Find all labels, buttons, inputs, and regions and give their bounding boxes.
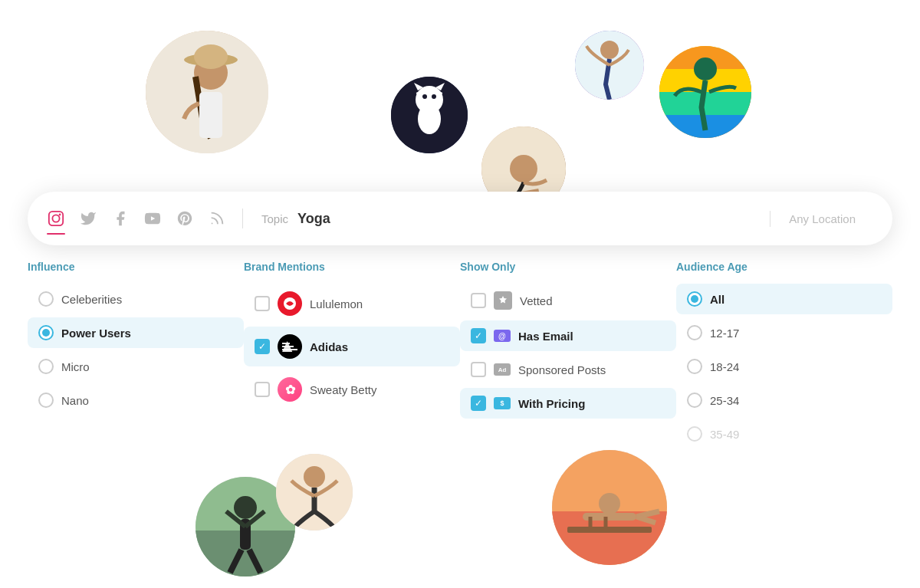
svg-point-29 bbox=[212, 223, 213, 225]
adidas-logo bbox=[278, 334, 302, 359]
radio-nano[interactable] bbox=[38, 393, 54, 408]
svg-point-12 bbox=[418, 103, 441, 134]
radio-age-18-24[interactable] bbox=[687, 359, 702, 374]
youtube-icon[interactable] bbox=[143, 209, 163, 228]
influence-label-nano: Nano bbox=[61, 394, 89, 407]
rss-icon[interactable] bbox=[207, 209, 227, 228]
audience-age-title: Audience Age bbox=[676, 261, 892, 273]
social-icons-group bbox=[46, 209, 243, 228]
brand-mentions-title: Brand Mentions bbox=[244, 261, 460, 273]
age-item-18-24[interactable]: 18-24 bbox=[676, 351, 892, 382]
brand-item-sweaty-betty[interactable]: ✿ Sweaty Betty bbox=[244, 370, 460, 409]
hero-section bbox=[0, 0, 920, 207]
lululemon-logo bbox=[278, 291, 302, 316]
age-label-25-34: 25-34 bbox=[710, 394, 739, 407]
topic-value: Yoga bbox=[297, 211, 330, 227]
instagram-icon[interactable] bbox=[46, 209, 66, 228]
svg-rect-34 bbox=[282, 343, 290, 344]
hero-image-yoga-color bbox=[659, 46, 751, 138]
svg-point-9 bbox=[432, 94, 436, 99]
brand-label-lululemon: Lululemon bbox=[310, 297, 363, 310]
svg-point-4 bbox=[194, 44, 228, 69]
svg-point-16 bbox=[600, 41, 619, 59]
checkbox-with-pricing[interactable]: ✓ bbox=[471, 396, 486, 411]
topic-label: Topic bbox=[261, 212, 288, 225]
brand-item-lululemon[interactable]: Lululemon bbox=[244, 284, 460, 324]
age-item-all[interactable]: All bbox=[676, 284, 892, 314]
pinterest-icon[interactable] bbox=[175, 209, 195, 228]
checkbox-sweaty-betty[interactable] bbox=[255, 382, 270, 397]
influence-item-celebrities[interactable]: Celeberities bbox=[28, 284, 244, 314]
svg-point-37 bbox=[234, 496, 257, 519]
age-label-12-17: 12-17 bbox=[710, 327, 739, 340]
hero-image-acrobat bbox=[552, 450, 667, 565]
checkbox-sponsored-posts[interactable] bbox=[471, 362, 486, 377]
age-label-18-24: 18-24 bbox=[710, 360, 739, 373]
vetted-icon bbox=[494, 291, 512, 310]
bottom-images bbox=[0, 435, 920, 588]
radio-age-12-17[interactable] bbox=[687, 325, 702, 340]
hero-image-cat bbox=[391, 77, 468, 153]
checkbox-has-email[interactable]: ✓ bbox=[471, 328, 486, 343]
topic-section[interactable]: Topic Yoga bbox=[243, 211, 770, 227]
svg-point-27 bbox=[59, 214, 61, 216]
show-only-label-vetted: Vetted bbox=[520, 294, 553, 307]
svg-point-24 bbox=[510, 155, 537, 182]
svg-rect-5 bbox=[199, 92, 222, 138]
sponsored-icon: Ad bbox=[494, 363, 511, 376]
svg-point-8 bbox=[422, 94, 427, 99]
show-only-title: Show Only bbox=[460, 261, 676, 273]
influence-label-power-users: Power Users bbox=[61, 327, 131, 340]
filters-section: Influence Celeberities Power Users Micro… bbox=[28, 261, 892, 452]
brand-label-sweaty-betty: Sweaty Betty bbox=[310, 383, 377, 396]
svg-point-21 bbox=[694, 57, 717, 80]
location-section[interactable]: Any Location bbox=[770, 212, 874, 225]
pricing-icon: $ bbox=[494, 397, 511, 409]
hero-image-dancer-2 bbox=[276, 454, 353, 531]
email-icon: @ bbox=[494, 330, 511, 342]
facebook-icon[interactable] bbox=[110, 209, 130, 228]
influence-label-micro: Micro bbox=[61, 360, 90, 373]
svg-rect-47 bbox=[567, 527, 652, 533]
show-only-label-sponsored-posts: Sponsored Posts bbox=[518, 363, 606, 376]
hero-image-woman-hat bbox=[146, 31, 268, 153]
svg-point-44 bbox=[304, 466, 325, 488]
radio-power-users[interactable] bbox=[38, 325, 54, 340]
show-only-item-has-email[interactable]: ✓ @ Has Email bbox=[460, 320, 676, 351]
show-only-item-with-pricing[interactable]: ✓ $ With Pricing bbox=[460, 388, 676, 419]
show-only-item-sponsored-posts[interactable]: Ad Sponsored Posts bbox=[460, 354, 676, 385]
hero-image-ballet bbox=[575, 31, 644, 100]
age-item-25-34[interactable]: 25-34 bbox=[676, 385, 892, 416]
influence-item-nano[interactable]: Nano bbox=[28, 385, 244, 416]
age-item-12-17[interactable]: 12-17 bbox=[676, 317, 892, 348]
svg-point-26 bbox=[52, 215, 59, 222]
influence-label-celebrities: Celeberities bbox=[61, 293, 122, 306]
search-bar: Topic Yoga Any Location bbox=[28, 192, 892, 245]
checkbox-adidas[interactable]: ✓ bbox=[255, 339, 270, 354]
svg-rect-32 bbox=[282, 349, 297, 350]
show-only-item-vetted[interactable]: Vetted bbox=[460, 284, 676, 317]
radio-age-25-34[interactable] bbox=[687, 393, 702, 408]
brand-mentions-group: Brand Mentions Lululemon ✓ bbox=[244, 261, 460, 452]
audience-age-group: Audience Age All 12-17 18-24 25-34 35-49 bbox=[676, 261, 892, 452]
influence-item-micro[interactable]: Micro bbox=[28, 351, 244, 382]
influence-item-power-users[interactable]: Power Users bbox=[28, 317, 244, 348]
checkbox-vetted[interactable] bbox=[471, 293, 486, 308]
location-value: Any Location bbox=[789, 212, 856, 225]
show-only-label-with-pricing: With Pricing bbox=[518, 397, 585, 410]
age-label-all: All bbox=[710, 293, 724, 306]
radio-age-all[interactable] bbox=[687, 291, 702, 307]
brand-label-adidas: Adidas bbox=[310, 340, 348, 353]
influence-group: Influence Celeberities Power Users Micro… bbox=[28, 261, 244, 452]
influence-title: Influence bbox=[28, 261, 244, 273]
svg-rect-25 bbox=[49, 212, 63, 225]
brand-item-adidas[interactable]: ✓ Adidas bbox=[244, 327, 460, 366]
svg-rect-33 bbox=[282, 346, 294, 347]
radio-micro[interactable] bbox=[38, 359, 54, 374]
radio-celebrities[interactable] bbox=[38, 291, 54, 307]
svg-point-48 bbox=[599, 493, 620, 514]
sweaty-betty-logo: ✿ bbox=[278, 377, 302, 402]
show-only-label-has-email: Has Email bbox=[518, 330, 573, 343]
twitter-icon[interactable] bbox=[78, 209, 98, 228]
checkbox-lululemon[interactable] bbox=[255, 296, 270, 311]
